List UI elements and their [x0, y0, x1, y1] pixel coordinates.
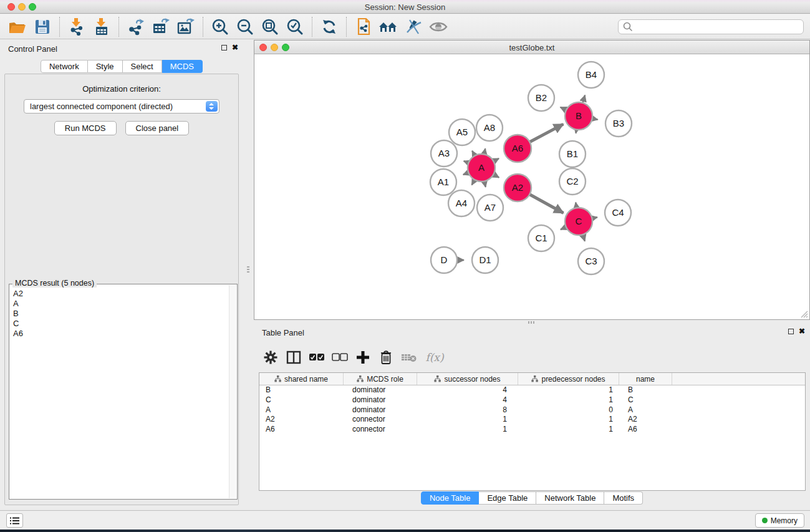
table-cell[interactable]: 1 [518, 385, 619, 395]
zoom-in-button[interactable] [208, 16, 233, 37]
function-builder-button[interactable]: f(x) [420, 347, 449, 368]
column-header-MCDS-role[interactable]: MCDS role [344, 373, 417, 385]
table-row[interactable]: Bdominator41B [259, 385, 805, 395]
delete-table-button[interactable] [397, 347, 420, 368]
toolbar-separator [118, 17, 119, 37]
network-window-titlebar[interactable]: testGlobe.txt [254, 41, 809, 54]
new-network-from-file-button[interactable] [351, 16, 376, 37]
zoom-selected-button[interactable] [282, 16, 307, 37]
tab-node-table[interactable]: Node Table [421, 491, 480, 505]
tab-mcds[interactable]: MCDS [162, 60, 203, 73]
tab-network[interactable]: Network [41, 60, 88, 73]
table-cell[interactable]: 4 [417, 385, 518, 395]
table-float-panel-icon[interactable] [788, 329, 794, 334]
column-header-successor-nodes[interactable]: successor nodes [417, 373, 518, 385]
table-cell-filler [672, 385, 805, 395]
mcds-result-item[interactable]: A [13, 299, 228, 309]
select-all-rows-button[interactable] [305, 347, 328, 368]
table-cell[interactable]: connector [344, 415, 417, 425]
export-image-button[interactable] [173, 16, 198, 37]
table-settings-button[interactable] [259, 347, 282, 368]
table-cell[interactable]: dominator [344, 395, 417, 405]
table-cell[interactable]: 1 [518, 425, 619, 435]
table-cell[interactable]: A2 [619, 415, 672, 425]
import-table-button[interactable] [89, 16, 114, 37]
tab-edge-table[interactable]: Edge Table [479, 491, 536, 505]
table-cell[interactable]: C [259, 395, 344, 405]
search-box[interactable] [618, 19, 804, 34]
node-table[interactable]: shared nameMCDS rolesuccessor nodesprede… [259, 372, 806, 491]
toolbar-separator [346, 17, 347, 37]
graph-node-label: A4 [456, 198, 467, 208]
table-cell[interactable]: 1 [417, 415, 518, 425]
horizontal-splitter-grip[interactable] [527, 321, 536, 324]
mcds-result-item[interactable]: C [13, 319, 228, 329]
mcds-result-item[interactable]: A2 [13, 289, 228, 299]
vertical-splitter-grip[interactable] [247, 265, 249, 274]
table-cell[interactable]: connector [344, 425, 417, 435]
run-mcds-button[interactable]: Run MCDS [54, 121, 117, 135]
column-header-name[interactable]: name [619, 373, 672, 385]
table-cell[interactable]: A6 [619, 425, 672, 435]
table-cell[interactable]: B [259, 385, 344, 395]
table-cell[interactable]: 1 [518, 415, 619, 425]
delete-column-button[interactable] [374, 347, 397, 368]
close-panel-button[interactable]: Close panel [125, 121, 190, 135]
export-network-button[interactable] [123, 16, 148, 37]
table-row[interactable]: Adominator80A [259, 405, 805, 415]
task-history-button[interactable] [6, 513, 23, 528]
table-cell[interactable]: A2 [259, 415, 344, 425]
table-cell[interactable]: dominator [344, 385, 417, 395]
zoom-fit-button[interactable] [258, 16, 282, 37]
memory-button[interactable]: Memory [755, 513, 804, 528]
float-panel-icon[interactable] [221, 45, 227, 51]
result-scrollbar[interactable] [229, 285, 236, 498]
table-row[interactable]: A6connector11A6 [259, 425, 805, 435]
table-cell[interactable]: dominator [344, 405, 417, 415]
table-cell[interactable]: A [619, 405, 672, 415]
table-row[interactable]: A2connector11A2 [259, 415, 805, 425]
graph-node-label: A1 [438, 177, 449, 187]
criterion-select[interactable]: largest connected component (directed) [24, 99, 219, 114]
open-session-button[interactable] [5, 16, 30, 37]
table-cell[interactable]: A6 [259, 425, 344, 435]
table-cell[interactable]: 1 [518, 395, 619, 405]
network-canvas[interactable]: AA1A3A4A5A7A8A6A2BB1B2B3B4CC1C2C3C4DD1 [254, 54, 809, 319]
show-columns-button[interactable] [282, 347, 305, 368]
create-column-button[interactable] [351, 347, 374, 368]
table-cell[interactable]: 4 [417, 395, 518, 405]
save-session-button[interactable] [30, 16, 55, 37]
table-cell[interactable]: A [259, 405, 344, 415]
import-network-button[interactable] [64, 16, 89, 37]
home-button[interactable] [376, 16, 401, 37]
show-hide-button[interactable] [426, 16, 451, 37]
tab-network-table[interactable]: Network Table [536, 491, 604, 505]
tab-select[interactable]: Select [123, 60, 162, 73]
deselect-all-rows-button[interactable] [328, 347, 351, 368]
table-cell[interactable]: 0 [518, 405, 619, 415]
mcds-result-item[interactable]: B [13, 309, 228, 319]
column-header-shared-name[interactable]: shared name [259, 373, 344, 385]
column-header-predecessor-nodes[interactable]: predecessor nodes [518, 373, 619, 385]
mcds-result-list[interactable]: A2ABCA6 [10, 285, 228, 498]
table-cell[interactable]: B [619, 385, 672, 395]
mcds-result-item[interactable]: A6 [13, 329, 228, 339]
export-table-button[interactable] [148, 16, 173, 37]
gear-icon [264, 351, 277, 364]
main-titlebar[interactable]: Session: New Session [0, 0, 810, 14]
toggle-annotations-button[interactable] [401, 16, 426, 37]
search-input[interactable] [634, 21, 803, 33]
desktop-background [0, 530, 810, 532]
close-panel-icon[interactable]: ✖ [232, 44, 238, 51]
tab-style[interactable]: Style [88, 60, 123, 73]
table-header-row: shared nameMCDS rolesuccessor nodesprede… [259, 373, 805, 385]
zoom-out-button[interactable] [233, 16, 258, 37]
refresh-layout-button[interactable] [317, 16, 342, 37]
tab-motifs[interactable]: Motifs [604, 491, 643, 505]
table-close-panel-icon[interactable]: ✖ [799, 328, 805, 334]
table-cell[interactable]: 1 [417, 425, 518, 435]
resize-grip-icon[interactable] [799, 309, 808, 318]
table-cell[interactable]: 8 [417, 405, 518, 415]
table-cell[interactable]: C [619, 395, 672, 405]
table-row[interactable]: Cdominator41C [259, 395, 805, 405]
